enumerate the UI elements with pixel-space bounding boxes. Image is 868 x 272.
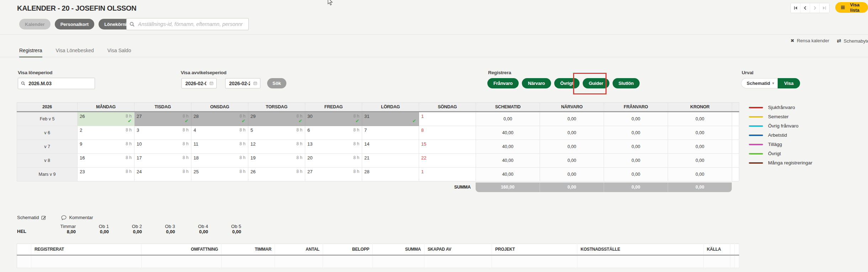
employee-search-input[interactable] (137, 21, 245, 27)
day-cell[interactable]: 48 h (191, 126, 248, 140)
date-from-input[interactable] (185, 80, 207, 87)
day-cell[interactable]: 308 h✔ (305, 112, 362, 126)
day-cell[interactable]: 278 h✔ (134, 112, 191, 126)
franvaro-button[interactable]: Frånvaro (487, 78, 519, 88)
day-cell[interactable]: 208 h (305, 154, 362, 168)
next-record-button[interactable] (810, 3, 820, 13)
check-icon: ✔ (128, 118, 132, 124)
calendar-icon[interactable] (253, 81, 257, 86)
summary-cell: 40,00 (476, 168, 540, 181)
first-icon (793, 6, 798, 10)
day-cell[interactable]: 28 h (78, 126, 134, 140)
day-cell[interactable]: 7 (362, 126, 419, 140)
day-cell[interactable]: 58 h (248, 126, 305, 140)
check-icon: ✔ (185, 118, 189, 124)
day-cell[interactable]: 1 (419, 112, 476, 126)
day-header: FREDAG (305, 103, 362, 112)
first-record-button[interactable] (791, 3, 800, 13)
day-cell[interactable]: 21 (362, 154, 419, 168)
day-cell[interactable]: 31✔ (362, 112, 419, 126)
stat-col: Ob 50,00 (208, 224, 241, 234)
summary-cell: 0,00 (668, 126, 732, 140)
day-cell[interactable]: 178 h (134, 154, 191, 168)
day-cell[interactable]: 38 h (134, 126, 191, 140)
schemabyte-button[interactable]: ⇄ Schemabyte (837, 38, 868, 44)
summary-cell: 40,00 (476, 154, 540, 168)
day-cell[interactable]: 15 (419, 140, 476, 154)
tab-registrera[interactable]: Registrera (19, 48, 42, 58)
search-icon (129, 22, 135, 27)
col-registrerat: REGISTRERAT (31, 244, 142, 255)
previous-record-button[interactable] (800, 3, 810, 13)
summa-narvaro: 0,00 (540, 183, 604, 192)
day-cell[interactable]: 198 h (248, 154, 305, 168)
legend-item: Många registreringar (749, 160, 813, 166)
week-label: v 7 (17, 140, 78, 154)
kommentar-button[interactable]: Kommentar (61, 215, 93, 220)
tab-visa-saldo[interactable]: Visa Saldo (107, 48, 131, 58)
day-cell[interactable]: 138 h (305, 140, 362, 154)
visa-lista-button[interactable]: Visa lista (835, 2, 868, 13)
col-projekt: PROJEKT (492, 244, 577, 255)
day-cell[interactable]: 14 (362, 140, 419, 154)
summary-cell: 0,00 (540, 140, 604, 154)
col-timmar: TIMMAR (222, 244, 275, 255)
check-icon: ✔ (355, 118, 359, 124)
rensa-kalender-button[interactable]: ✖ Rensa kalender (790, 38, 829, 43)
day-cell[interactable]: 1 (419, 168, 476, 181)
nav-kalender-button[interactable]: Kalender (19, 19, 51, 29)
day-cell[interactable]: 278 h (305, 168, 362, 181)
summary-cell: 0,00 (604, 168, 668, 181)
slutlon-button[interactable]: Slutlön (613, 78, 640, 88)
day-cell[interactable]: 98 h (78, 140, 134, 154)
day-cell[interactable]: 22 (419, 154, 476, 168)
day-cell[interactable]: 28 (362, 168, 419, 181)
narvaro-button[interactable]: Närvaro (522, 78, 551, 88)
loneperiod-field (18, 78, 95, 89)
divider (0, 34, 868, 35)
calendar-icon[interactable] (210, 81, 213, 86)
nav-personalkort-button[interactable]: Personalkort (55, 19, 94, 29)
day-cell[interactable]: 168 h (78, 154, 134, 168)
urval-visa-button[interactable]: Visa (778, 78, 800, 88)
col-summa: SUMMA (373, 244, 424, 255)
loneperiod-input[interactable] (28, 80, 92, 87)
date-to-input[interactable] (228, 80, 251, 87)
summary-cell: 0,00 (604, 154, 668, 168)
day-cell[interactable]: 298 h✔ (248, 112, 305, 126)
day-cell[interactable]: 108 h (134, 140, 191, 154)
day-cell[interactable]: 8 (419, 126, 476, 140)
guider-button[interactable]: Guider (583, 78, 609, 88)
week-label: v 6 (17, 126, 78, 140)
kommentar-label: Kommentar (69, 215, 93, 220)
last-record-button[interactable] (820, 3, 829, 13)
urval-dropdown[interactable]: Schematid ▾ (741, 78, 778, 88)
day-cell[interactable]: 238 h (78, 168, 134, 181)
tab-visa-lonebesked[interactable]: Visa Lönebesked (56, 48, 94, 58)
ovrigt-button[interactable]: Övrigt (554, 78, 579, 88)
day-cell[interactable]: 188 h (191, 154, 248, 168)
day-cell[interactable]: 268 h✔ (78, 112, 134, 126)
sok-button[interactable]: Sök (267, 78, 286, 88)
week-row: Mars v 9 238 h 248 h 258 h 268 h 278 h 2… (17, 168, 739, 181)
registrations-table: REGISTRERAT OMFATTNING TIMMAR ANTAL BELO… (17, 244, 739, 268)
day-cell[interactable]: 118 h (191, 140, 248, 154)
summary-cell: 40,00 (476, 126, 540, 140)
visa-lista-label: Visa lista (847, 2, 862, 13)
day-cell[interactable]: 248 h (134, 168, 191, 181)
record-pager (790, 3, 830, 13)
day-cell[interactable]: 258 h (191, 168, 248, 181)
legend-color-swatch (749, 162, 763, 164)
schematid-edit-button[interactable]: Schematid (17, 215, 46, 220)
registrations-empty-row (17, 255, 739, 268)
clear-x-icon: ✖ (790, 38, 794, 43)
chevron-left-icon (803, 6, 808, 10)
day-cell[interactable]: 128 h (248, 140, 305, 154)
summa-kronor: 0,00 (668, 183, 732, 192)
day-cell[interactable]: 68 h (305, 126, 362, 140)
summary-cell: 0,00 (604, 140, 668, 154)
day-cell[interactable]: 288 h✔ (191, 112, 248, 126)
summary-cell: 0,00 (604, 112, 668, 126)
urval-label: Urval (742, 70, 753, 75)
day-cell[interactable]: 268 h (248, 168, 305, 181)
